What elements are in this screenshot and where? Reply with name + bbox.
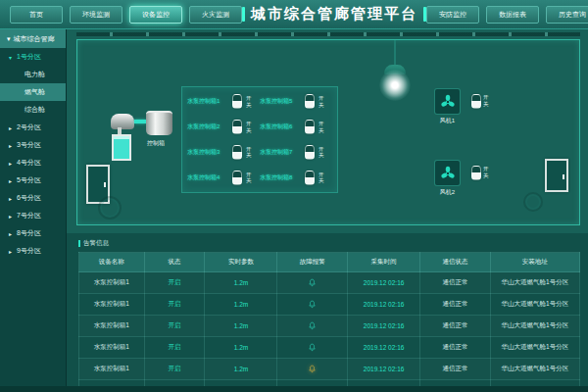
tree-caret-icon: ▸ <box>9 195 17 202</box>
manhole-left-icon <box>98 196 122 220</box>
pump-label: 水泵控制箱1 <box>187 97 228 106</box>
tree-caret-icon: ▸ <box>9 177 17 184</box>
pump-switch-panel: 水泵控制箱1 开 关 水泵控制箱2 开 关 水泵控制箱3 开 关 水泵控制箱4 … <box>181 86 338 193</box>
pump-onoff-labels: 开 关 <box>246 121 252 133</box>
sidebar-item-9号分区[interactable]: ▸ 9号分区 <box>0 242 66 260</box>
sidebar-item-8号分区[interactable]: ▸ 8号分区 <box>0 224 66 242</box>
nav-security-button[interactable]: 安防监控 <box>426 6 479 24</box>
app-title-wrap: 城市综合管廊管理平台 <box>242 5 426 24</box>
column-header-设备名称: 设备名称 <box>79 253 145 272</box>
sidebar-item-4号分区[interactable]: ▸ 4号分区 <box>0 154 66 172</box>
cell-comm: 通信正常 <box>420 337 491 359</box>
pump-switch-水泵控制箱6: 水泵控制箱6 开 关 <box>260 120 332 134</box>
pump-toggle[interactable] <box>305 94 315 109</box>
pump-toggle[interactable] <box>232 94 242 109</box>
fan2-label: 风机2 <box>434 188 461 197</box>
sidebar-item-5号分区[interactable]: ▸ 5号分区 <box>0 172 66 189</box>
sidebar-item-label: 电力舱 <box>24 70 45 79</box>
sidebar-item-label: 5号分区 <box>17 175 41 185</box>
fan-unit-2: 开 关 风机2 <box>434 160 505 199</box>
nav-left: 首页 环境监测 设备监控 火灾监测 <box>10 6 242 24</box>
sidebar-item-label: 6号分区 <box>17 193 41 203</box>
water-pump-icon <box>111 114 134 129</box>
cell-device: 水泵控制箱1 <box>79 359 145 380</box>
cell-status: 开启 <box>144 359 205 380</box>
pump-switch-水泵控制箱1: 水泵控制箱1 开 关 <box>187 94 260 109</box>
sidebar-item-综合舱[interactable]: 综合舱 <box>0 101 66 119</box>
nav-history-button[interactable]: 历史查询 <box>546 6 588 24</box>
column-header-故障报警: 故障报警 <box>277 253 348 272</box>
alarm-table-body: 水泵控制箱1开启1.2m 2019.12 02:16通信正常华山大道燃气舱1号分… <box>79 272 580 392</box>
sidebar-item-label: 综合舱 <box>24 105 45 115</box>
lamp-glow <box>379 70 411 101</box>
page-title: 城市综合管廊管理平台 <box>251 5 417 24</box>
pump-toggle[interactable] <box>232 120 242 134</box>
sidebar-item-燃气舱[interactable]: 燃气舱 <box>0 83 66 101</box>
fan1-toggle[interactable] <box>471 94 481 109</box>
cell-status: 开启 <box>144 337 205 359</box>
control-box-label: 控制箱 <box>147 139 165 148</box>
pump-onoff-labels: 开 关 <box>246 172 252 184</box>
cell-address: 华山大道燃气舱1号分区 <box>490 337 579 359</box>
pump-toggle[interactable] <box>305 145 315 160</box>
manhole-right-icon <box>523 192 543 212</box>
cell-param: 1.2m <box>205 294 277 316</box>
cell-status: 开启 <box>144 272 205 294</box>
alarm-table-row: 水泵控制箱1开启1.2m 2019.12 02:16通信正常华山大道燃气舱1号分… <box>79 337 580 359</box>
cell-comm: 通信正常 <box>420 294 491 316</box>
sidebar-item-label: 燃气舱 <box>24 87 45 97</box>
caret-down-icon: ▾ <box>7 35 11 43</box>
nav-equipment-button[interactable]: 设备监控 <box>129 6 182 24</box>
cell-alarm <box>277 359 348 380</box>
cell-device: 水泵控制箱1 <box>79 272 145 294</box>
pump-switch-水泵控制箱4: 水泵控制箱4 开 关 <box>187 171 260 185</box>
nav-fire-button[interactable]: 火灾监测 <box>189 6 242 24</box>
pump-label: 水泵控制箱6 <box>260 122 301 131</box>
sidebar-item-label: 9号分区 <box>17 246 41 256</box>
pump-label: 水泵控制箱4 <box>187 173 228 182</box>
tree-caret-icon: ▸ <box>9 142 17 149</box>
sidebar-tree: ▾ 1号分区 电力舱 燃气舱 综合舱 ▸ 2号分区 ▸ 3号分区 ▸ 4号分区 … <box>0 48 66 260</box>
door-right-icon <box>545 159 568 192</box>
cell-time: 2019.12 02:16 <box>348 359 420 380</box>
pump-label: 水泵控制箱5 <box>260 97 301 106</box>
tree-caret-icon: ▾ <box>9 54 17 61</box>
sidebar-item-3号分区[interactable]: ▸ 3号分区 <box>0 136 66 154</box>
nav-home-button[interactable]: 首页 <box>10 6 63 24</box>
alarm-table: 设备名称状态实时参数故障报警采集时间通信状态安装地址 水泵控制箱1开启1.2m … <box>78 252 580 392</box>
bottom-strip <box>0 386 588 392</box>
pump-switch-水泵控制箱8: 水泵控制箱8 开 关 <box>260 171 332 185</box>
cell-address: 华山大道燃气舱1号分区 <box>490 272 579 294</box>
nav-environment-button[interactable]: 环境监测 <box>70 6 122 24</box>
column-header-安装地址: 安装地址 <box>490 253 579 272</box>
fan2-toggle[interactable] <box>471 166 481 180</box>
sidebar-item-label: 7号分区 <box>17 211 41 220</box>
pump-switch-水泵控制箱2: 水泵控制箱2 开 关 <box>187 120 260 134</box>
pump-toggle[interactable] <box>305 120 315 134</box>
cell-comm: 通信正常 <box>420 272 491 294</box>
pump-onoff-labels: 开 关 <box>318 121 324 133</box>
pump-toggle[interactable] <box>232 145 242 160</box>
cell-address: 华山大道燃气舱1号分区 <box>490 359 579 380</box>
pump-switch-水泵控制箱7: 水泵控制箱7 开 关 <box>260 145 332 160</box>
pump-onoff-labels: 开 关 <box>246 95 252 108</box>
sidebar-item-label: 3号分区 <box>17 140 41 150</box>
sidebar-item-2号分区[interactable]: ▸ 2号分区 <box>0 119 66 136</box>
fan-unit-1: 开 关 风机1 <box>434 88 505 127</box>
pump-switch-水泵控制箱5: 水泵控制箱5 开 关 <box>260 94 332 109</box>
fan1-label: 风机1 <box>434 117 461 125</box>
alarm-bell-icon <box>308 300 317 309</box>
sidebar-item-1号分区[interactable]: ▾ 1号分区 <box>0 48 66 66</box>
pump-toggle[interactable] <box>305 171 315 185</box>
pump-onoff-labels: 开 关 <box>318 95 324 108</box>
nav-right: 安防监控 数据报表 历史查询 用户管理 <box>426 6 588 24</box>
sidebar-item-6号分区[interactable]: ▸ 6号分区 <box>0 189 66 207</box>
nav-report-button[interactable]: 数据报表 <box>486 6 539 24</box>
sidebar-root-node[interactable]: ▾ 城市综合管廊 <box>0 29 66 48</box>
cell-address: 华山大道燃气舱1号分区 <box>490 316 579 337</box>
pump-toggle[interactable] <box>232 171 242 185</box>
sidebar-item-7号分区[interactable]: ▸ 7号分区 <box>0 207 66 224</box>
alarm-table-header-row: 设备名称状态实时参数故障报警采集时间通信状态安装地址 <box>79 253 580 272</box>
sidebar-item-电力舱[interactable]: 电力舱 <box>0 66 66 83</box>
tree-caret-icon: ▸ <box>9 248 17 255</box>
